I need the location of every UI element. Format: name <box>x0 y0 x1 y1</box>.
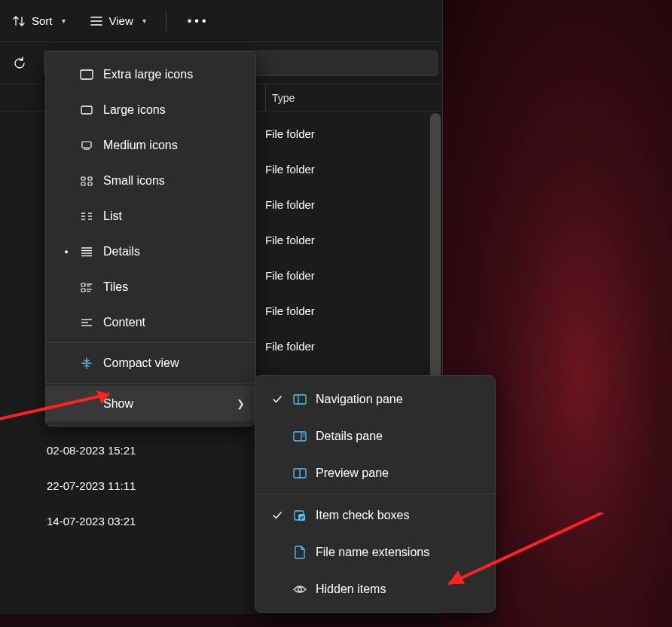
svg-rect-7 <box>88 182 92 185</box>
svg-rect-4 <box>81 177 85 180</box>
menu-item-extra-large-icons[interactable]: Extra large icons <box>46 57 255 92</box>
toolbar: Sort ▾ View ▾ ••• <box>0 0 442 42</box>
submenu-label: Preview pane <box>316 466 389 480</box>
extra-large-icons-icon <box>76 69 97 81</box>
show-submenu: Navigation pane Details pane Preview pan… <box>255 375 496 613</box>
large-icons-icon <box>76 104 97 116</box>
menu-item-label: Details <box>103 245 140 258</box>
menu-item-label: Medium icons <box>103 139 178 152</box>
chevron-right-icon: ❯ <box>237 398 245 409</box>
menu-item-tiles[interactable]: Tiles <box>46 269 255 304</box>
file-type: File folder <box>265 340 315 353</box>
menu-item-content[interactable]: Content <box>46 304 255 340</box>
submenu-label: Details pane <box>316 430 383 443</box>
menu-item-large-icons[interactable]: Large icons <box>46 92 255 127</box>
checkmark-icon <box>266 509 289 521</box>
svg-rect-2 <box>82 142 91 148</box>
menu-item-list[interactable]: List <box>46 198 255 234</box>
preview-pane-icon <box>289 467 311 479</box>
medium-icons-icon <box>76 139 97 151</box>
column-type[interactable]: Type <box>265 84 295 111</box>
details-pane-icon <box>289 430 311 442</box>
menu-item-label: List <box>103 210 122 223</box>
file-type: File folder <box>265 198 315 211</box>
list-icon <box>76 210 97 222</box>
menu-item-show[interactable]: Show ❯ <box>46 386 255 421</box>
svg-rect-1 <box>81 106 92 114</box>
scrollbar[interactable] <box>430 113 441 414</box>
menu-item-label: Compact view <box>103 356 179 370</box>
view-icon <box>90 14 103 28</box>
more-options-button[interactable]: ••• <box>177 11 220 31</box>
submenu-details-pane[interactable]: Details pane <box>255 417 495 454</box>
navigation-pane-icon <box>289 393 311 405</box>
menu-item-small-icons[interactable]: Small icons <box>46 163 255 198</box>
sort-label: Sort <box>32 14 53 27</box>
menu-item-details[interactable]: ● Details <box>46 234 255 269</box>
chevron-down-icon: ▾ <box>142 17 146 25</box>
svg-rect-0 <box>81 70 93 79</box>
compact-view-icon <box>76 356 97 370</box>
svg-rect-21 <box>81 289 85 292</box>
submenu-hidden-items[interactable]: Hidden items <box>255 570 495 607</box>
menu-item-label: Large icons <box>103 103 166 117</box>
svg-rect-18 <box>81 283 85 286</box>
file-type: File folder <box>265 163 315 176</box>
file-type: File folder <box>265 234 315 246</box>
menu-separator <box>46 342 255 343</box>
toolbar-divider <box>166 11 166 32</box>
menu-item-compact-view[interactable]: Compact view <box>46 345 255 381</box>
tiles-icon <box>76 281 97 293</box>
svg-rect-6 <box>81 182 85 185</box>
view-label: View <box>109 14 133 27</box>
details-icon <box>76 246 97 258</box>
sort-icon <box>12 14 26 28</box>
menu-item-label: Content <box>103 316 145 329</box>
sort-button[interactable]: Sort ▾ <box>3 9 75 33</box>
selected-indicator: ● <box>57 248 76 255</box>
submenu-separator <box>255 494 495 494</box>
submenu-label: Navigation pane <box>316 393 403 406</box>
refresh-button[interactable] <box>5 48 35 78</box>
svg-point-37 <box>298 587 302 591</box>
checkboxes-icon <box>289 509 311 522</box>
svg-rect-36 <box>298 514 305 521</box>
menu-separator <box>46 383 255 384</box>
file-extensions-icon <box>289 545 311 560</box>
submenu-item-check-boxes[interactable]: Item check boxes <box>255 497 495 534</box>
submenu-label: File name extensions <box>316 546 429 559</box>
submenu-navigation-pane[interactable]: Navigation pane <box>255 381 495 417</box>
view-button[interactable]: View ▾ <box>81 9 155 33</box>
menu-item-label: Show <box>103 397 133 411</box>
file-date: 02-08-2023 15:21 <box>47 444 265 457</box>
file-type: File folder <box>265 127 315 140</box>
hidden-items-icon <box>289 583 311 595</box>
file-type: File folder <box>265 269 315 282</box>
content-icon <box>76 317 97 329</box>
submenu-preview-pane[interactable]: Preview pane <box>255 454 495 491</box>
view-menu: Extra large icons Large icons Medium ico… <box>45 51 256 427</box>
menu-item-label: Tiles <box>103 280 128 294</box>
file-date: 22-07-2023 11:11 <box>47 479 265 492</box>
small-icons-icon <box>76 175 97 187</box>
menu-item-label: Small icons <box>103 174 165 188</box>
chevron-down-icon: ▾ <box>62 17 66 25</box>
file-date: 14-07-2023 03:21 <box>47 515 265 528</box>
submenu-label: Item check boxes <box>316 509 410 522</box>
checkmark-icon <box>266 393 289 405</box>
refresh-icon <box>12 56 27 71</box>
svg-rect-5 <box>88 177 92 180</box>
menu-item-medium-icons[interactable]: Medium icons <box>46 127 255 163</box>
submenu-label: Hidden items <box>316 583 386 596</box>
menu-item-label: Extra large icons <box>103 68 193 81</box>
submenu-file-name-extensions[interactable]: File name extensions <box>255 534 495 570</box>
svg-rect-27 <box>294 395 306 404</box>
file-type: File folder <box>265 304 315 317</box>
